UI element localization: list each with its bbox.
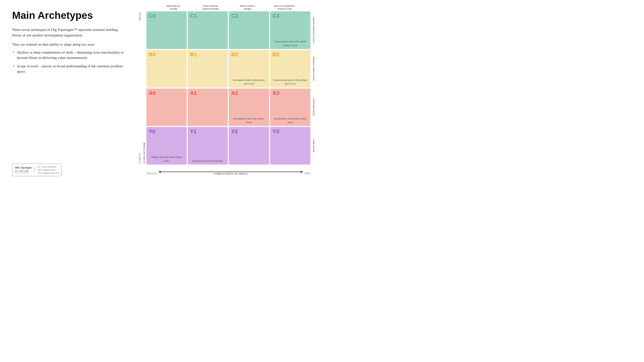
footer-and: and xyxy=(38,169,41,171)
col-header-1: FUNCTIONAL GROUP WORK xyxy=(192,5,229,10)
cell-id-A0: A0 xyxy=(149,90,184,96)
footer-website: www.orgtopologies.com xyxy=(38,171,59,174)
row-label-text-3: TASK FOCUS xyxy=(312,139,315,152)
row-label-2: FEATURE FOCUS xyxy=(310,89,317,126)
footer-info: by Alexey Krivitsky and Roland Flemm www… xyxy=(38,165,59,174)
row-label-text-0: WHOLE PRODUCT FOCUS xyxy=(312,17,315,43)
y-bottom-label: NARROW xyxy=(138,153,141,164)
grid-row-0: C0C1C2C3Autonomous team with whole produ… xyxy=(146,11,310,49)
cell-Y0: Y0Single skill individual doing tasks xyxy=(146,127,187,165)
cell-desc-A3: Autonomous team with feature focus xyxy=(272,117,308,124)
cell-id-Y2: Y2 xyxy=(231,129,267,134)
cell-id-B2: B2 xyxy=(231,52,267,57)
footer-author1: Alexey Krivitsky xyxy=(42,166,56,168)
cc-icons: CC BY ND xyxy=(15,169,32,174)
cell-Y2: Y2 xyxy=(229,127,269,165)
cell-id-B0: B0 xyxy=(149,52,184,57)
footer-logo: ORG Topologies xyxy=(15,166,32,169)
cell-A1: A1 xyxy=(188,89,228,126)
cell-B1: B1 xyxy=(188,50,228,88)
bullet-list: Shallow or deep completeness of skills –… xyxy=(12,50,126,74)
cell-id-C1: C1 xyxy=(190,13,226,18)
footer-by: by xyxy=(38,166,40,168)
cell-desc-B3: Autonomous team with product part focus xyxy=(272,78,308,86)
grid-row-1: B0B1B2Incomplete team with product part … xyxy=(146,50,310,88)
cell-id-B3: B3 xyxy=(272,52,308,57)
cell-B3: B3Autonomous team with product part focu… xyxy=(270,50,310,88)
y-axis-label: SCOPE OF WORK xyxy=(143,12,146,164)
cell-C2: C2 xyxy=(229,11,269,49)
cell-id-Y0: Y0 xyxy=(149,129,184,134)
grid-container: C0C1C2C3Autonomous team with whole produ… xyxy=(146,11,310,170)
col-header-0: INDIVIDUAL WORK xyxy=(155,5,192,10)
cell-desc-B2: Incomplete team with product part focus xyxy=(231,78,267,86)
cell-C1: C1 xyxy=(188,11,228,49)
version-label: v.0723 xyxy=(34,167,36,172)
footer-author2: Roland Flemm xyxy=(42,169,56,171)
cell-id-Y1: Y1 xyxy=(190,129,226,134)
cell-id-C0: C0 xyxy=(149,13,184,18)
right-panel: INDIVIDUAL WORK FUNCTIONAL GROUP WORK MU… xyxy=(135,0,322,181)
cc-icon-cc: CC xyxy=(15,169,19,174)
row-label-0: WHOLE PRODUCT FOCUS xyxy=(310,11,317,49)
cell-desc-Y0: Single skill individual doing tasks xyxy=(149,155,184,163)
x-right-label: DEEP xyxy=(304,172,310,175)
footer: ORG Topologies CC BY ND v.0723 by Alexey… xyxy=(12,164,62,176)
cell-C0: C0 xyxy=(146,11,187,49)
cc-icon-by: BY xyxy=(20,169,24,174)
cell-id-A1: A1 xyxy=(190,90,226,96)
cell-A3: A3Autonomous team with feature focus xyxy=(270,89,310,126)
cell-desc-A2: Incomplete team with feature focus xyxy=(231,117,267,124)
axes-intro-text: They are ordered on their ability to ada… xyxy=(12,42,126,47)
cell-id-C3: C3 xyxy=(272,13,308,18)
cc-icon-nd: ND xyxy=(24,169,29,174)
cell-id-A3: A3 xyxy=(272,90,308,96)
cell-C3: C3Autonomous team with whole product foc… xyxy=(270,11,310,49)
cell-id-Y3: Y3 xyxy=(272,129,308,134)
bullet-item-2: Scope of work – narrow or broad understa… xyxy=(12,63,126,74)
cell-id-C2: C2 xyxy=(231,13,267,18)
cell-A2: A2Incomplete team with feature focus xyxy=(229,89,269,126)
page-title: Main Archetypes xyxy=(12,10,126,21)
col-headers: INDIVIDUAL WORK FUNCTIONAL GROUP WORK MU… xyxy=(146,5,317,10)
left-panel: Main Archetypes These seven archetypes o… xyxy=(0,0,135,181)
cell-Y3: Y3 xyxy=(270,127,310,165)
row-label-1: PRODUCT PART FOCUS xyxy=(310,50,317,88)
cell-desc-C3: Autonomous team with whole product focus xyxy=(272,39,308,47)
cell-id-A2: A2 xyxy=(231,90,267,96)
cell-desc-Y1: Functional group doing tasks xyxy=(190,159,226,163)
cell-Y1: Y1Functional group doing tasks xyxy=(188,127,228,165)
row-labels: WHOLE PRODUCT FOCUSPRODUCT PART FOCUSFEA… xyxy=(310,11,317,170)
row-label-text-2: FEATURE FOCUS xyxy=(312,99,315,116)
cell-B0: B0 xyxy=(146,50,187,88)
col-header-2: MULTI-SKILL WORK xyxy=(229,5,266,10)
description-text: These seven archetypes of Org Topologies… xyxy=(12,27,126,38)
x-axis-label: COMPLETENESS OF SKILLS xyxy=(214,173,248,175)
grid-row-2: A0A1A2Incomplete team with feature focus… xyxy=(146,89,310,126)
row-label-3: TASK FOCUS xyxy=(310,127,317,165)
row-label-text-1: PRODUCT PART FOCUS xyxy=(312,57,315,81)
y-top-label: BROAD xyxy=(138,12,141,21)
cell-B2: B2Incomplete team with product part focu… xyxy=(229,50,269,88)
bottom-axis: SHALLOW COMPLETENESS OF SKILLS DEEP xyxy=(146,170,317,176)
col-header-3: MULTI-LEARNING WITH FLOW xyxy=(266,5,303,10)
bullet-item-1: Shallow or deep completeness of skills –… xyxy=(12,50,126,60)
x-left-label: SHALLOW xyxy=(146,172,157,175)
cell-A0: A0 xyxy=(146,89,187,126)
cell-id-B1: B1 xyxy=(190,52,226,57)
grid-row-3: Y0Single skill individual doing tasksY1F… xyxy=(146,127,310,165)
